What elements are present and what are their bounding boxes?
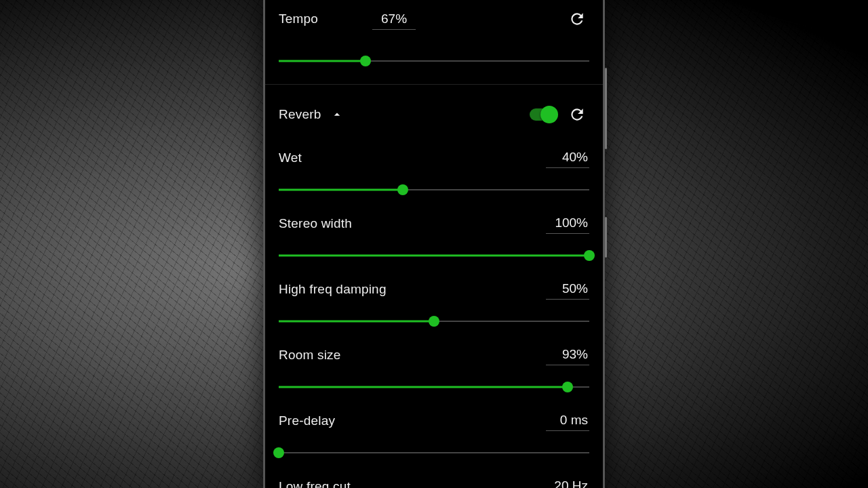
tempo-label: Tempo <box>279 12 318 26</box>
param-label: Pre-delay <box>279 413 335 428</box>
param-value[interactable]: 100% <box>546 213 589 234</box>
param-high-freq-damping: High freq damping50% <box>279 279 589 328</box>
tempo-reset-button[interactable] <box>565 7 589 31</box>
param-value[interactable]: 93% <box>546 344 589 365</box>
settings-screen: Tempo 67% Reverb <box>265 0 603 488</box>
tempo-value[interactable]: 67% <box>372 9 416 30</box>
chevron-up-icon <box>330 108 344 121</box>
param-slider[interactable] <box>279 380 589 394</box>
param-value[interactable]: 40% <box>546 147 589 168</box>
reverb-reset-button[interactable] <box>565 102 589 127</box>
tempo-header: Tempo 67% <box>279 0 589 39</box>
reverb-title: Reverb <box>279 107 321 122</box>
phone-frame: Tempo 67% Reverb <box>263 0 605 488</box>
param-pre-delay: Pre-delay0 ms <box>279 410 589 460</box>
tempo-slider[interactable] <box>279 54 589 68</box>
reverb-collapse-button[interactable] <box>330 108 344 121</box>
param-label: Stereo width <box>279 216 352 231</box>
side-button <box>605 217 607 258</box>
param-label: High freq damping <box>279 282 387 297</box>
reverb-header: Reverb <box>279 94 589 135</box>
reverb-toggle[interactable] <box>530 108 557 121</box>
param-label: Room size <box>279 348 341 363</box>
param-slider[interactable] <box>279 446 589 460</box>
divider <box>265 84 603 85</box>
param-label: Low freq cut <box>279 479 351 489</box>
param-value[interactable]: 20 Hz <box>546 476 589 488</box>
refresh-icon <box>568 10 586 28</box>
refresh-icon <box>568 106 586 123</box>
param-wet: Wet40% <box>279 147 589 197</box>
param-slider[interactable] <box>279 314 589 328</box>
param-value[interactable]: 0 ms <box>546 410 589 431</box>
param-low-freq-cut: Low freq cut20 Hz <box>279 476 589 488</box>
param-stereo-width: Stereo width100% <box>279 213 589 262</box>
param-slider[interactable] <box>279 183 589 197</box>
side-button <box>605 68 607 149</box>
reverb-params: Wet40%Stereo width100%High freq damping5… <box>279 147 589 488</box>
param-label: Wet <box>279 150 302 165</box>
param-slider[interactable] <box>279 249 589 262</box>
param-room-size: Room size93% <box>279 344 589 394</box>
param-value[interactable]: 50% <box>546 279 589 300</box>
